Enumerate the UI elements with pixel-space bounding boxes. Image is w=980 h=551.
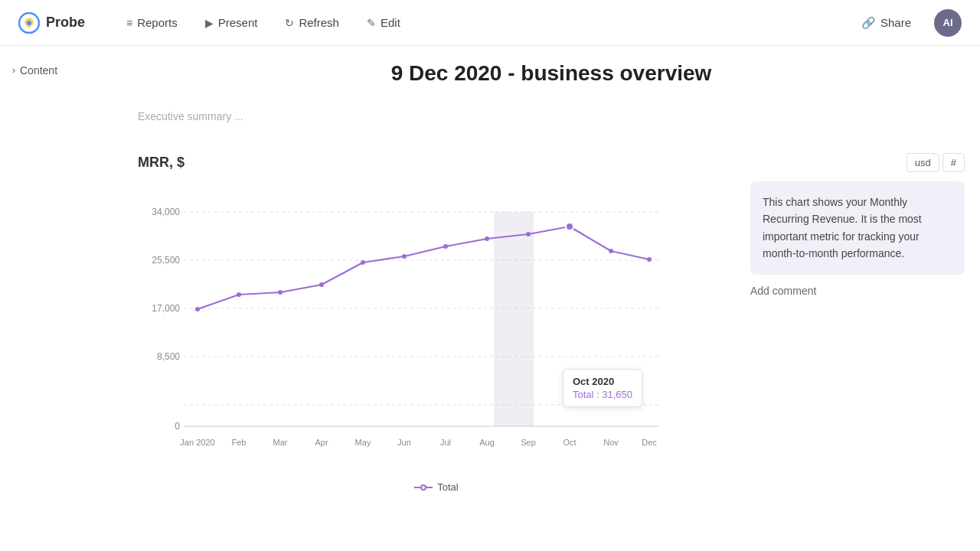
data-dot-may: [361, 260, 365, 265]
nav-reports[interactable]: ≡ Reports: [116, 10, 188, 35]
nav-edit-label: Edit: [381, 16, 400, 29]
svg-text:8,500: 8,500: [157, 351, 180, 362]
legend-line-icon: [414, 483, 433, 492]
svg-text:Jan 2020: Jan 2020: [180, 438, 214, 447]
data-dot-apr: [319, 282, 324, 287]
svg-text:May: May: [355, 438, 371, 447]
svg-text:Apr: Apr: [315, 438, 328, 447]
legend-total-label: Total: [437, 481, 458, 493]
chart-description-text: This chart shows your Monthly Recurring …: [763, 196, 922, 259]
chart-row: 34,000 25,500 17,000 8,500 0: [138, 181, 965, 493]
logo-text: Probe: [46, 15, 85, 31]
content-label: Content: [20, 64, 57, 77]
data-dot-nov: [609, 249, 613, 253]
mrr-chart-svg: 34,000 25,500 17,000 8,500 0: [138, 181, 674, 472]
data-dot-mar: [278, 290, 283, 295]
data-dot-feb: [237, 292, 241, 297]
svg-text:Aug: Aug: [479, 438, 495, 447]
nav-present-label: Present: [218, 16, 258, 29]
main-nav: ≡ Reports ▶ Present ↻ Refresh ✎ Edit: [116, 10, 851, 35]
chart-controls: usd #: [906, 153, 965, 172]
nav-present[interactable]: ▶ Present: [194, 10, 269, 35]
content-toggle[interactable]: › Content: [12, 61, 110, 80]
svg-text:Oct: Oct: [563, 438, 576, 447]
share-icon: 🔗: [861, 16, 876, 30]
svg-point-1: [27, 21, 31, 25]
chevron-right-icon: ›: [12, 65, 15, 76]
chart-container: 34,000 25,500 17,000 8,500 0: [138, 181, 735, 493]
svg-text:Jun: Jun: [397, 438, 411, 447]
svg-text:Jul: Jul: [440, 438, 451, 447]
present-icon: ▶: [205, 17, 214, 29]
svg-text:25,500: 25,500: [152, 255, 180, 266]
svg-text:Dec: Dec: [642, 438, 657, 447]
data-dot-sep: [526, 232, 531, 236]
chart-section: MRR, $ usd #: [138, 153, 965, 493]
highlight-column: [494, 212, 534, 426]
chart-title: MRR, $: [138, 155, 185, 171]
usd-button[interactable]: usd: [906, 153, 939, 172]
avatar[interactable]: AI: [934, 9, 962, 37]
chart-description: This chart shows your Monthly Recurring …: [750, 181, 965, 275]
page-title: 9 Dec 2020 - business overview: [138, 61, 965, 86]
chart-legend: Total: [138, 481, 735, 493]
nav-edit[interactable]: ✎ Edit: [356, 10, 411, 35]
legend-total: Total: [414, 481, 458, 493]
header-right: 🔗 Share AI: [851, 9, 962, 37]
svg-text:Sep: Sep: [521, 438, 536, 447]
edit-icon: ✎: [367, 17, 376, 29]
data-dot-dec: [647, 257, 652, 262]
right-panel: This chart shows your Monthly Recurring …: [750, 181, 965, 493]
data-dot-jan: [195, 307, 200, 311]
add-comment-link[interactable]: Add comment: [750, 285, 816, 297]
nav-reports-label: Reports: [137, 16, 178, 29]
content-area: 9 Dec 2020 - business overview Executive…: [122, 61, 980, 493]
svg-text:Feb: Feb: [232, 438, 247, 447]
data-dot-jun: [402, 254, 407, 259]
nav-refresh-label: Refresh: [299, 16, 339, 29]
executive-summary[interactable]: Executive summary ...: [138, 104, 965, 129]
svg-text:Nov: Nov: [603, 438, 619, 447]
share-button[interactable]: 🔗 Share: [851, 10, 922, 36]
chart-header: MRR, $ usd #: [138, 153, 965, 172]
avatar-text: AI: [943, 17, 953, 28]
data-dot-aug: [485, 236, 489, 241]
logo-icon: [18, 12, 40, 34]
hash-button[interactable]: #: [942, 153, 965, 172]
header: Probe ≡ Reports ▶ Present ↻ Refresh ✎ Ed…: [0, 0, 980, 46]
share-label: Share: [880, 16, 911, 29]
main-content: › Content 9 Dec 2020 - business overview…: [0, 46, 980, 508]
svg-text:Mar: Mar: [273, 438, 288, 447]
sidebar: › Content: [0, 61, 122, 493]
svg-text:17,000: 17,000: [152, 303, 180, 314]
reports-icon: ≡: [126, 17, 132, 29]
nav-refresh[interactable]: ↻ Refresh: [274, 10, 350, 35]
data-dot-oct: [566, 223, 573, 230]
svg-text:34,000: 34,000: [152, 207, 180, 217]
svg-point-26: [421, 485, 426, 490]
data-dot-jul: [443, 244, 448, 249]
refresh-icon: ↻: [285, 17, 294, 29]
svg-text:0: 0: [175, 421, 180, 432]
logo[interactable]: Probe: [18, 12, 85, 34]
chart-line: [198, 227, 649, 309]
